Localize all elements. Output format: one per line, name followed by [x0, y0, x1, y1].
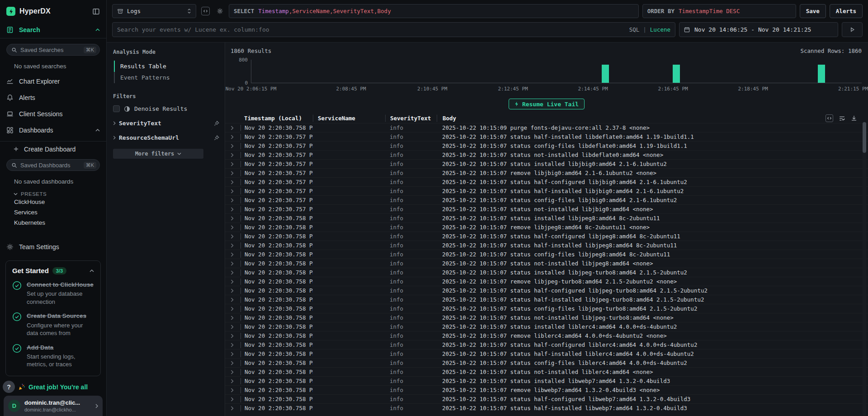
saved-dashboards-input[interactable]: Saved Dashboards ⌘K: [6, 159, 100, 171]
sidebar-item-chart-explorer[interactable]: Chart Explorer: [0, 73, 106, 90]
sidebar-item-alerts[interactable]: Alerts: [0, 90, 106, 106]
wrap-text-icon[interactable]: [839, 115, 845, 122]
row-expand-icon[interactable]: [231, 325, 241, 329]
sidebar-item-dashboards[interactable]: Dashboards: [0, 122, 106, 138]
get-started-step[interactable]: Create Data Sources Configure where your…: [12, 312, 94, 337]
source-select[interactable]: Logs: [112, 4, 196, 18]
row-expand-icon[interactable]: [231, 171, 241, 175]
scrollbar-track[interactable]: [863, 122, 866, 416]
source-settings-gear-icon[interactable]: [214, 4, 225, 18]
row-expand-icon[interactable]: [231, 370, 241, 374]
log-row[interactable]: Nov 20 2:20:30.758 PM info 2025-10-22 10…: [225, 241, 868, 250]
saved-searches-input[interactable]: Saved Searches ⌘K: [6, 44, 100, 56]
preset-item[interactable]: Kubernetes: [0, 217, 106, 228]
log-row[interactable]: Nov 20 2:20:30.758 PM info 2025-10-22 10…: [225, 403, 868, 412]
resume-live-tail-button[interactable]: Resume Live Tail: [509, 99, 585, 109]
collapse-sidebar-icon[interactable]: [92, 8, 100, 15]
row-expand-icon[interactable]: [231, 234, 241, 239]
denoise-results-toggle[interactable]: Denoise Results: [113, 105, 219, 112]
scrollbar-thumb[interactable]: [863, 122, 866, 153]
log-row[interactable]: Nov 20 2:20:30.757 PM info 2025-10-22 10…: [225, 186, 868, 195]
log-row[interactable]: Nov 20 2:20:30.758 PM info 2025-10-22 10…: [225, 385, 868, 394]
language-lucene-option[interactable]: Lucene: [650, 26, 670, 33]
help-button[interactable]: ?: [3, 381, 15, 393]
log-row[interactable]: Nov 20 2:20:30.758 PM info 2025-10-22 10…: [225, 349, 868, 358]
get-started-step[interactable]: Connect to ClickHouse Set up your databa…: [12, 281, 94, 306]
row-expand-icon[interactable]: [231, 397, 241, 402]
row-expand-icon[interactable]: [231, 135, 241, 139]
mode-event-patterns[interactable]: Event Patterns: [114, 72, 219, 83]
log-row[interactable]: Nov 20 2:20:30.757 PM info 2025-10-22 10…: [225, 159, 868, 168]
log-row[interactable]: Nov 20 2:20:30.758 PM info 2025-10-22 10…: [225, 250, 868, 259]
get-started-step[interactable]: Add Data Start sending logs, metrics, or…: [12, 344, 94, 369]
language-sql-option[interactable]: SQL: [629, 26, 640, 33]
save-button[interactable]: Save: [800, 4, 826, 18]
chevron-up-icon[interactable]: [90, 269, 94, 272]
log-row[interactable]: Nov 20 2:20:30.757 PM info 2025-10-22 10…: [225, 195, 868, 204]
row-expand-icon[interactable]: [231, 388, 241, 392]
log-row[interactable]: Nov 20 2:20:30.757 PM info 2025-10-22 10…: [225, 141, 868, 150]
preset-item[interactable]: ClickHouse: [0, 197, 106, 207]
row-expand-icon[interactable]: [231, 144, 241, 148]
sidebar-item-search[interactable]: Search: [0, 22, 106, 38]
log-row[interactable]: Nov 20 2:20:30.757 PM info 2025-10-22 10…: [225, 132, 868, 141]
log-row[interactable]: Nov 20 2:20:30.758 PM info 2025-10-22 10…: [225, 340, 868, 349]
order-by-input[interactable]: ORDER BY TimestampTime DESC: [642, 4, 796, 18]
row-expand-icon[interactable]: [231, 270, 241, 275]
row-expand-icon[interactable]: [231, 352, 241, 356]
log-row[interactable]: Nov 20 2:20:30.758 PM info 2025-10-22 10…: [225, 322, 868, 331]
log-row[interactable]: Nov 20 2:20:30.758 PM info 2025-10-22 10…: [225, 286, 868, 295]
row-expand-icon[interactable]: [231, 279, 241, 284]
row-expand-icon[interactable]: [231, 216, 241, 221]
download-icon[interactable]: [851, 115, 857, 121]
log-row[interactable]: Nov 20 2:20:30.758 PM info 2025-10-22 10…: [225, 213, 868, 222]
pin-icon[interactable]: [214, 121, 219, 126]
chevron-up-icon[interactable]: [95, 129, 100, 132]
date-range-picker[interactable]: Nov 20 14:06:25 - Nov 20 14:21:25: [679, 22, 838, 37]
log-row[interactable]: Nov 20 2:20:30.758 PM info 2025-10-22 10…: [225, 394, 868, 403]
row-expand-icon[interactable]: [231, 316, 241, 320]
row-expand-icon[interactable]: [231, 225, 241, 230]
row-expand-icon[interactable]: [231, 261, 241, 266]
preset-item[interactable]: Services: [0, 207, 106, 217]
log-row[interactable]: Nov 20 2:20:30.758 PM info 2025-10-22 10…: [225, 259, 868, 268]
row-expand-icon[interactable]: [231, 252, 241, 257]
select-columns-input[interactable]: SELECT Timestamp,ServiceName,SeverityTex…: [229, 4, 639, 18]
row-expand-icon[interactable]: [231, 307, 241, 311]
column-header-severitytext[interactable]: SeverityText: [385, 115, 437, 122]
log-row[interactable]: Nov 20 2:20:30.758 PM info 2025-10-22 10…: [225, 304, 868, 313]
user-menu[interactable]: D dominic.tran@clic... dominic.tran@clic…: [4, 396, 103, 416]
sidebar-item-team-settings[interactable]: Team Settings: [0, 239, 106, 255]
column-header-timestamp[interactable]: Timestamp (Local): [241, 115, 313, 122]
sidebar-item-client-sessions[interactable]: Client Sessions: [0, 106, 106, 122]
log-row[interactable]: Nov 20 2:20:30.758 PM info 2025-10-22 10…: [225, 295, 868, 304]
row-expand-icon[interactable]: [231, 180, 241, 184]
log-row[interactable]: Nov 20 2:20:30.758 PM info 2025-10-22 10…: [225, 232, 868, 241]
row-expand-icon[interactable]: [231, 334, 241, 338]
row-expand-icon[interactable]: [231, 298, 241, 302]
mode-results-table[interactable]: Results Table: [114, 61, 219, 72]
run-query-button[interactable]: [842, 22, 863, 37]
log-row[interactable]: Nov 20 2:20:30.758 PM info 2025-10-22 10…: [225, 313, 868, 322]
log-row[interactable]: Nov 20 2:20:30.758 PM info 2025-10-22 10…: [225, 222, 868, 232]
event-search-box[interactable]: SQL | Lucene: [112, 22, 675, 37]
column-header-servicename[interactable]: ServiceName: [313, 115, 385, 122]
row-expand-icon[interactable]: [231, 198, 241, 203]
row-expand-icon[interactable]: [231, 343, 241, 347]
denoise-checkbox[interactable]: [113, 105, 120, 112]
row-expand-icon[interactable]: [231, 162, 241, 166]
view-source-code-icon[interactable]: [826, 114, 833, 122]
filter-group-resourceschemaurl[interactable]: ResourceSchemaUrl: [113, 134, 219, 141]
column-header-body[interactable]: Body: [437, 115, 868, 122]
row-expand-icon[interactable]: [231, 243, 241, 248]
log-row[interactable]: Nov 20 2:20:30.757 PM info 2025-10-22 10…: [225, 204, 868, 213]
log-row[interactable]: Nov 20 2:20:30.758 PM info 2025-10-22 10…: [225, 376, 868, 385]
log-row[interactable]: Nov 20 2:20:30.758 PM info 2025-10-22 10…: [225, 367, 868, 376]
chevron-up-icon[interactable]: [95, 28, 100, 31]
log-row[interactable]: Nov 20 2:20:30.758 PM info 2025-10-22 10…: [225, 123, 868, 132]
row-expand-icon[interactable]: [231, 126, 241, 130]
log-row[interactable]: Nov 20 2:20:30.758 PM info 2025-10-22 10…: [225, 277, 868, 286]
alerts-button[interactable]: Alerts: [830, 4, 863, 18]
edit-source-code-button[interactable]: [200, 4, 211, 18]
log-row[interactable]: Nov 20 2:20:30.758 PM info 2025-10-22 10…: [225, 358, 868, 367]
